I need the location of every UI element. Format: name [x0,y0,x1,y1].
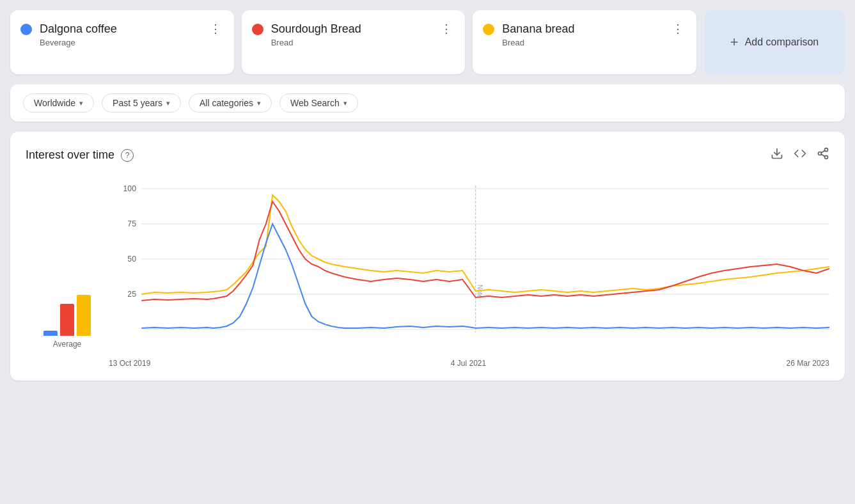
x-label-1: 13 Oct 2019 [109,359,150,368]
term-category-banana: Bread [502,38,574,47]
chart-body: Average 100 75 50 25 [26,176,829,368]
filter-category[interactable]: All categories ▾ [189,93,272,113]
term-card-dalgona: Dalgona coffee Beverage ⋮ [10,10,234,74]
chart-title: Interest over time [26,148,114,162]
term-category-dalgona: Beverage [40,38,117,47]
filter-category-chevron: ▾ [257,99,261,107]
chart-section: Interest over time ? Average [10,132,845,381]
avg-bars [43,285,91,336]
term-menu-banana[interactable]: ⋮ [670,22,686,36]
avg-label: Average [53,340,81,349]
filter-type-chevron: ▾ [343,99,347,107]
filter-category-label: All categories [200,98,253,108]
filter-period-label: Past 5 years [113,98,162,108]
term-card-sourdough: Sourdough Bread Bread ⋮ [242,10,466,74]
term-name-dalgona: Dalgona coffee [40,22,117,36]
x-label-3: 26 Mar 2023 [787,359,829,368]
term-dot-dalgona [20,24,32,35]
svg-line-4 [821,154,825,156]
chart-left-panel: Average [26,176,109,368]
chart-svg: 100 75 50 25 Note [109,176,829,355]
filter-period[interactable]: Past 5 years ▾ [102,93,181,113]
avg-bar-banana [77,295,91,336]
avg-bar-dalgona [43,331,58,336]
svg-text:50: 50 [127,255,136,264]
line-sourdough [141,201,829,301]
svg-text:75: 75 [127,219,136,228]
chart-header: Interest over time ? [26,147,829,163]
filter-region-chevron: ▾ [79,99,83,107]
chart-actions [771,147,829,163]
line-dalgona [141,224,829,328]
term-name-sourdough: Sourdough Bread [271,22,361,36]
filter-type-label: Web Search [290,98,340,108]
filter-period-chevron: ▾ [166,99,170,107]
term-dot-banana [483,24,494,35]
share-icon[interactable] [817,147,829,163]
term-dot-sourdough [252,24,263,35]
plus-icon: + [730,34,739,51]
term-card-banana: Banana bread Bread ⋮ [473,10,696,74]
term-cards-container: Dalgona coffee Beverage ⋮ Sourdough Brea… [10,10,845,74]
chart-main: 100 75 50 25 Note 13 Oct 2019 [109,176,829,368]
term-category-sourdough: Bread [271,38,361,47]
help-icon[interactable]: ? [121,149,134,162]
add-comparison-label: Add comparison [745,36,819,48]
term-name-banana: Banana bread [502,22,574,36]
svg-line-5 [821,150,825,152]
chart-x-labels: 13 Oct 2019 4 Jul 2021 26 Mar 2023 [109,355,829,368]
filter-region-label: Worldwide [34,98,75,108]
filter-type[interactable]: Web Search ▾ [279,93,358,113]
filter-region[interactable]: Worldwide ▾ [23,93,94,113]
term-menu-sourdough[interactable]: ⋮ [438,22,455,36]
x-label-2: 4 Jul 2021 [451,359,486,368]
svg-text:25: 25 [127,290,136,299]
embed-icon[interactable] [794,147,806,163]
download-icon[interactable] [771,147,783,163]
term-menu-dalgona[interactable]: ⋮ [207,22,224,36]
add-comparison-button[interactable]: + Add comparison [704,10,845,74]
line-banana [141,195,829,294]
svg-text:100: 100 [123,184,137,193]
filter-bar: Worldwide ▾ Past 5 years ▾ All categorie… [10,84,845,122]
avg-bar-sourdough [60,304,74,336]
